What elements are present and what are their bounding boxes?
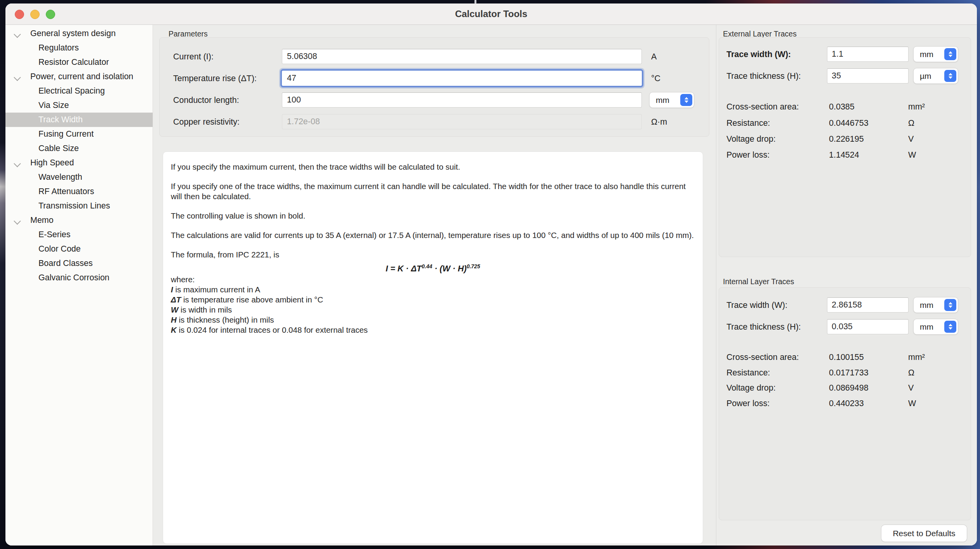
sidebar-item-general-system-design[interactable]: General system design bbox=[5, 26, 153, 41]
sidebar-item-wavelength[interactable]: Wavelength bbox=[5, 170, 153, 184]
sidebar-item-electrical-spacing[interactable]: Electrical Spacing bbox=[5, 84, 153, 98]
param-row-current: Current (I): A bbox=[153, 48, 716, 66]
conductor-length-input[interactable] bbox=[282, 92, 642, 108]
result-value: 0.0171733 bbox=[829, 367, 869, 379]
param-row-conductor-length: Conductor length: mm bbox=[153, 92, 716, 109]
result-value: 0.100155 bbox=[829, 351, 864, 363]
internal-section-title: Internal Layer Traces bbox=[723, 277, 794, 286]
sidebar-item-resistor-calculator[interactable]: Resistor Calculator bbox=[5, 55, 153, 69]
sidebar-item-cable-size[interactable]: Cable Size bbox=[5, 141, 153, 156]
chevron-down-icon bbox=[949, 76, 952, 79]
result-label: Power loss: bbox=[726, 398, 770, 409]
sidebar-item-e-series[interactable]: E-Series bbox=[5, 228, 153, 242]
external-trace-width-input[interactable] bbox=[827, 47, 909, 62]
sidebar-item-label: Cable Size bbox=[38, 141, 79, 156]
chevron-down-icon[interactable] bbox=[14, 217, 21, 224]
internal-result-row: Power loss: 0.440233 W bbox=[716, 398, 977, 409]
description-panel: If you specify the maximum current, then… bbox=[163, 151, 703, 544]
internal-trace-width-input[interactable] bbox=[827, 297, 909, 313]
external-trace-thickness-input[interactable] bbox=[827, 68, 909, 83]
chevron-up-icon bbox=[949, 302, 952, 304]
sidebar-item-regulators[interactable]: Regulators bbox=[5, 41, 153, 55]
sidebar-item-galvanic-corrosion[interactable]: Galvanic Corrosion bbox=[5, 271, 153, 285]
description-paragraph: The controlling value is shown in bold. bbox=[171, 211, 695, 221]
where-line: ΔT is temperature rise above ambient in … bbox=[171, 295, 695, 305]
param-row-copper-resistivity: Copper resistivity: Ω·m bbox=[153, 113, 716, 131]
description-paragraph: If you specify the maximum current, then… bbox=[171, 162, 695, 172]
internal-trace-width-row: Trace width (W): mm bbox=[716, 297, 977, 314]
chevron-down-icon[interactable] bbox=[14, 74, 21, 81]
external-trace-width-row: Trace width (W): mm bbox=[716, 46, 977, 63]
sidebar-item-label: E-Series bbox=[38, 228, 70, 242]
sidebar-item-label: Transmission Lines bbox=[38, 199, 110, 213]
where-line: I is maximum current in A bbox=[171, 285, 695, 295]
internal-trace-width-unit-select[interactable]: mm bbox=[914, 297, 958, 313]
result-value: 0.0869498 bbox=[829, 382, 869, 394]
sidebar-item-power-current-and-isolation[interactable]: Power, current and isolation bbox=[5, 69, 153, 84]
chevron-up-icon bbox=[949, 51, 952, 54]
unit-label: mm bbox=[920, 50, 933, 59]
copper-resistivity-label: Copper resistivity: bbox=[173, 113, 240, 131]
sidebar-item-label: Board Classes bbox=[38, 256, 93, 271]
conductor-length-label: Conductor length: bbox=[173, 92, 239, 109]
result-label: Resistance: bbox=[726, 367, 770, 379]
sidebar-item-label: Fusing Current bbox=[38, 127, 94, 141]
result-unit: mm² bbox=[908, 101, 925, 113]
sidebar-item-high-speed[interactable]: High Speed bbox=[5, 156, 153, 170]
result-unit: mm² bbox=[908, 351, 925, 363]
result-value: 1.14524 bbox=[829, 149, 859, 161]
sidebar-item-transmission-lines[interactable]: Transmission Lines bbox=[5, 199, 153, 213]
current-input[interactable] bbox=[282, 49, 642, 64]
description-paragraph: The calculations are valid for currents … bbox=[171, 230, 695, 240]
chevron-down-icon bbox=[949, 306, 952, 308]
desktop-artifact bbox=[474, 0, 476, 3]
temperature-rise-label: Temperature rise (ΔT): bbox=[173, 70, 257, 87]
sidebar-item-board-classes[interactable]: Board Classes bbox=[5, 256, 153, 271]
sidebar-item-rf-attenuators[interactable]: RF Attenuators bbox=[5, 184, 153, 199]
param-row-temperature-rise: Temperature rise (ΔT): °C bbox=[153, 70, 716, 87]
chevron-down-icon bbox=[949, 55, 952, 57]
result-value: 0.0385 bbox=[829, 101, 855, 113]
results-panel: External Layer Traces Trace width (W): m… bbox=[716, 25, 977, 546]
sidebar-item-color-code[interactable]: Color Code bbox=[5, 242, 153, 256]
chevron-up-icon bbox=[949, 324, 952, 326]
result-label: Cross-section area: bbox=[726, 351, 799, 363]
sidebar-item-via-size[interactable]: Via Size bbox=[5, 98, 153, 113]
chevron-down-icon[interactable] bbox=[14, 31, 21, 38]
unit-label: mm bbox=[920, 322, 933, 332]
sidebar-item-fusing-current[interactable]: Fusing Current bbox=[5, 127, 153, 141]
temperature-rise-input[interactable] bbox=[282, 71, 642, 86]
sidebar-item-label: Galvanic Corrosion bbox=[38, 271, 109, 285]
reset-to-defaults-button[interactable]: Reset to Defaults bbox=[881, 525, 967, 542]
sidebar-item-label: Memo bbox=[30, 213, 54, 228]
sidebar-item-label: High Speed bbox=[30, 156, 74, 170]
sidebar-item-track-width[interactable]: Track Width bbox=[5, 113, 153, 127]
result-label: Power loss: bbox=[726, 149, 770, 161]
stepper-icon bbox=[944, 70, 956, 82]
current-unit: A bbox=[651, 48, 657, 66]
internal-trace-thickness-row: Trace thickness (H): mm bbox=[716, 318, 977, 336]
sidebar-item-label: Color Code bbox=[38, 242, 81, 256]
external-result-row: Cross-section area: 0.0385 mm² bbox=[716, 101, 977, 113]
external-trace-width-unit-select[interactable]: mm bbox=[914, 47, 958, 62]
sidebar-item-label: Via Size bbox=[38, 98, 69, 113]
internal-trace-thickness-unit-select[interactable]: mm bbox=[914, 319, 958, 334]
internal-trace-thickness-input[interactable] bbox=[827, 319, 909, 334]
conductor-length-unit-select[interactable]: mm bbox=[650, 92, 694, 108]
internal-trace-thickness-label: Trace thickness (H): bbox=[726, 318, 801, 336]
where-label: where: bbox=[171, 274, 695, 285]
unit-label: mm bbox=[920, 301, 933, 310]
result-label: Voltage drop: bbox=[726, 133, 776, 145]
result-value: 0.226195 bbox=[829, 133, 864, 145]
external-trace-thickness-unit-select[interactable]: µm bbox=[914, 68, 958, 83]
external-trace-thickness-label: Trace thickness (H): bbox=[726, 68, 801, 85]
chevron-down-icon bbox=[685, 101, 688, 103]
result-unit: V bbox=[908, 382, 914, 394]
sidebar-item-memo[interactable]: Memo bbox=[5, 213, 153, 228]
chevron-down-icon[interactable] bbox=[14, 160, 21, 167]
external-result-row: Power loss: 1.14524 W bbox=[716, 149, 977, 161]
internal-result-row: Voltage drop: 0.0869498 V bbox=[716, 382, 977, 394]
copper-resistivity-input bbox=[282, 114, 642, 129]
where-line: H is thickness (height) in mils bbox=[171, 315, 695, 325]
result-label: Cross-section area: bbox=[726, 101, 799, 113]
